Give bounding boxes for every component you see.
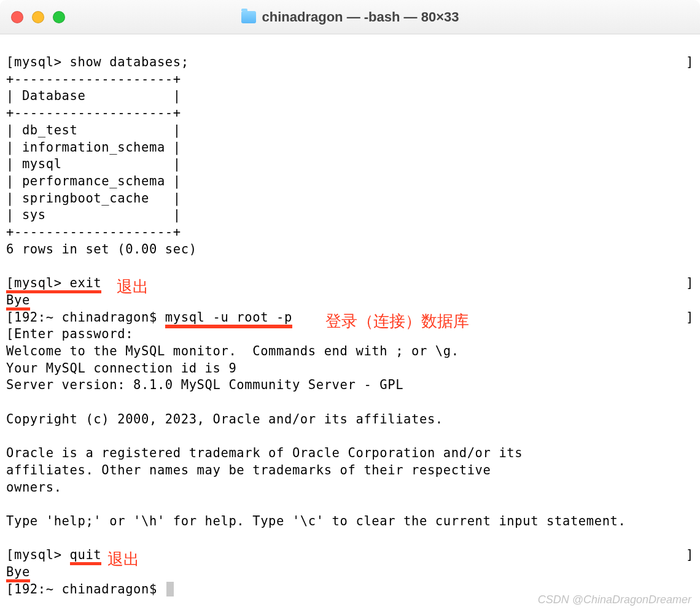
login-cmd: mysql -u root -p — [165, 310, 292, 328]
line: +--------------------+ — [6, 106, 181, 120]
titlebar: chinadragon — -bash — 80×33 — [0, 0, 700, 34]
traffic-lights — [11, 11, 65, 23]
line: Oracle is a registered trademark of Orac… — [6, 446, 523, 460]
line: affiliates. Other names may be trademark… — [6, 463, 491, 477]
annotation-login: 登录（连接）数据库 — [325, 311, 469, 332]
line: +--------------------+ — [6, 225, 181, 239]
bye-line: Bye — [6, 293, 30, 311]
exit-line: [mysql> exit — [6, 276, 101, 293]
line: Welcome to the MySQL monitor. Commands e… — [6, 344, 459, 358]
title-center: chinadragon — -bash — 80×33 — [0, 9, 700, 25]
line: Server version: 8.1.0 MySQL Community Se… — [6, 377, 403, 392]
maximize-icon[interactable] — [53, 11, 65, 23]
close-icon[interactable] — [11, 11, 23, 23]
cursor-icon — [166, 582, 174, 596]
terminal-body[interactable]: [mysql> show databases;] +--------------… — [0, 34, 700, 604]
line: Your MySQL connection id is 9 — [6, 361, 236, 376]
quit-cmd: quit — [70, 547, 102, 565]
line: | sys | — [6, 207, 181, 222]
line: owners. — [6, 480, 62, 495]
line: | mysql | — [6, 156, 181, 171]
line: | Database | — [6, 88, 181, 103]
watermark: CSDN @ChinaDragonDreamer — [538, 593, 691, 606]
window-title: chinadragon — -bash — 80×33 — [262, 9, 459, 25]
annotation-exit: 退出 — [117, 276, 149, 298]
annotation-quit: 退出 — [107, 549, 139, 570]
shell-prompt: [192:~ chinadragon$ — [6, 310, 165, 325]
line: Copyright (c) 2000, 2023, Oracle and/or … — [6, 412, 443, 427]
line: Type 'help;' or '\h' for help. Type '\c'… — [6, 514, 626, 528]
line: | springboot_cache | — [6, 191, 181, 206]
line: +--------------------+ — [6, 72, 181, 87]
shell-prompt-2: [192:~ chinadragon$ — [6, 582, 165, 596]
line: | information_schema | — [6, 140, 181, 155]
line: | performance_schema | — [6, 174, 181, 188]
terminal-window: chinadragon — -bash — 80×33 [mysql> show… — [0, 0, 700, 610]
line: 6 rows in set (0.00 sec) — [6, 242, 197, 257]
line: | db_test | — [6, 123, 181, 137]
minimize-icon[interactable] — [32, 11, 44, 23]
bye-line-2: Bye — [6, 565, 30, 582]
line: [mysql> show databases; — [6, 55, 189, 69]
quit-prefix: [mysql> — [6, 547, 70, 562]
line: [Enter password: — [6, 326, 133, 341]
folder-icon — [241, 11, 256, 23]
